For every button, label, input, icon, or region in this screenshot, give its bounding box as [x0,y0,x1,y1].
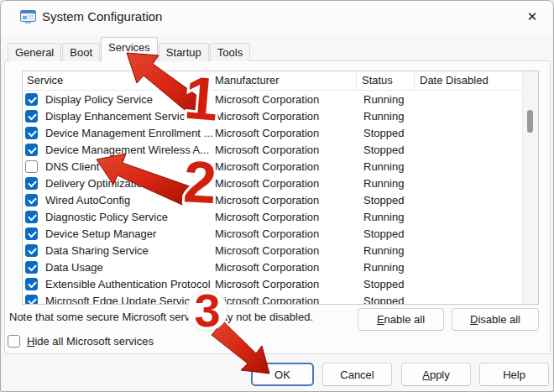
service-checkbox[interactable] [25,244,38,257]
manufacturer-cell: Microsoft Corporation [210,295,357,306]
service-row[interactable]: Data Sharing Service Microsoft Corporati… [23,242,523,259]
service-checkbox[interactable] [25,261,38,274]
cancel-button[interactable]: Cancel [322,363,392,386]
window-title: System Configuration [42,9,162,24]
manufacturer-cell: Microsoft Corporation [210,110,357,123]
column-header-manufacturer[interactable]: Manufacturer [210,71,357,90]
tab-tools[interactable]: Tools [210,43,250,61]
service-checkbox[interactable] [25,295,38,306]
manufacturer-cell: Microsoft Corporation [210,261,357,274]
status-cell: Running [357,177,415,190]
service-name-cell: Data Usage [45,261,103,274]
tab-bar: GeneralBootServicesStartupTools [8,38,251,61]
vertical-scrollbar[interactable] [522,71,538,304]
tab-general[interactable]: General [8,43,61,61]
service-name-cell: Wired AutoConfig [45,194,130,206]
help-button[interactable]: Help [479,363,549,386]
status-cell: Running [357,110,415,123]
service-row[interactable]: Device Setup Manager Microsoft Corporati… [23,225,523,242]
status-cell: Stopped [357,194,415,206]
service-row[interactable]: Device Management Enrollment ... Microso… [23,124,523,141]
hide-all-microsoft-services-label: Hide all Microsoft services [27,335,154,348]
service-row[interactable]: Display Policy Service Microsoft Corpora… [23,91,523,107]
msconfig-icon [20,10,36,24]
service-checkbox[interactable] [25,93,38,106]
hide-all-microsoft-services[interactable]: Hide all Microsoft services [8,335,154,348]
manufacturer-cell: Microsoft Corporation [210,160,357,173]
column-header-service[interactable]: Service [23,71,210,90]
service-list-body: Display Policy Service Microsoft Corpora… [23,91,523,305]
service-name-cell: Display Policy Service [45,93,153,106]
status-cell: Running [357,93,415,106]
service-checkbox[interactable] [25,194,38,206]
manufacturer-cell: Microsoft Corporation [210,211,357,223]
service-row[interactable]: Wired AutoConfig Microsoft Corporation S… [23,191,523,208]
status-cell: Stopped [357,127,415,139]
list-header: Service Manufacturer Status Date Disable… [23,71,523,91]
apply-button[interactable]: Apply [401,363,471,386]
manufacturer-cell: Microsoft Corporation [210,127,357,139]
service-row[interactable]: Microsoft Edge Update Service ( Microsof… [23,292,523,305]
manufacturer-cell: Microsoft Corporation [210,194,357,206]
status-cell: Stopped [357,227,415,240]
service-row[interactable]: Data Usage Microsoft Corporation Running [23,259,523,275]
service-name-cell: Extensible Authentication Protocol [45,278,211,290]
service-row[interactable]: Diagnostic Policy Service Microsoft Corp… [23,208,523,225]
close-button[interactable]: ✕ [518,3,546,30]
service-checkbox[interactable] [25,110,38,123]
service-row[interactable]: Display Enhancement Service Microsoft Co… [23,107,523,124]
service-name-cell: Device Management Enrollment ... [45,127,212,139]
manufacturer-cell: Microsoft Corporation [210,177,357,190]
service-row[interactable]: Device Management Wireless A... Microsof… [23,141,523,158]
scrollbar-thumb[interactable] [527,110,533,133]
status-cell: Running [357,211,415,223]
status-cell: Running [357,261,415,274]
manufacturer-cell: Microsoft Corporation [210,144,357,156]
disable-all-button[interactable]: Disable all [452,308,539,331]
service-row[interactable]: DNS Client Microsoft Corporation Running [23,158,523,175]
status-cell: Stopped [357,144,415,156]
tab-services[interactable]: Services [101,37,158,61]
service-checkbox[interactable] [25,127,38,139]
ok-button[interactable]: OK [251,363,314,386]
service-name-cell: Data Sharing Service [45,244,149,257]
manufacturer-cell: Microsoft Corporation [210,278,357,290]
service-row[interactable]: Delivery Optimization Microsoft Corporat… [23,175,523,191]
note-text: Note that some secure Microsoft services… [9,311,313,323]
service-name-cell: Device Management Wireless A... [45,144,209,156]
system-configuration-dialog: System Configuration ✕ GeneralBootServic… [0,0,554,392]
service-name-cell: Display Enhancement Service [45,110,191,123]
service-list: Service Manufacturer Status Date Disable… [22,71,539,305]
status-cell: Stopped [357,278,415,290]
service-checkbox[interactable] [25,278,38,290]
hide-all-microsoft-services-checkbox[interactable] [8,335,20,348]
service-name-cell: Diagnostic Policy Service [45,211,168,223]
manufacturer-cell: Microsoft Corporation [210,244,357,257]
service-checkbox[interactable] [25,211,38,223]
service-name-cell: Microsoft Edge Update Service ( [45,295,202,306]
service-name-cell: Delivery Optimization [45,177,149,190]
manufacturer-cell: Microsoft Corporation [210,227,357,240]
title-bar: System Configuration ✕ [1,1,553,34]
service-row[interactable]: Extensible Authentication Protocol Micro… [23,275,523,292]
status-cell: Running [357,244,415,257]
enable-all-button[interactable]: Enable all [358,308,444,331]
service-checkbox[interactable] [25,144,38,156]
close-icon: ✕ [527,9,538,24]
tab-startup[interactable]: Startup [159,43,209,61]
status-cell: Stopped [357,295,415,306]
column-header-date-disabled[interactable]: Date Disabled [415,71,523,90]
service-checkbox[interactable] [25,160,38,173]
service-name-cell: DNS Client [45,160,99,173]
service-checkbox[interactable] [25,177,38,190]
status-cell: Running [357,160,415,173]
manufacturer-cell: Microsoft Corporation [210,93,357,106]
service-checkbox[interactable] [25,227,38,240]
column-header-status[interactable]: Status [357,71,415,90]
tab-boot[interactable]: Boot [62,43,100,61]
service-name-cell: Device Setup Manager [45,227,156,240]
